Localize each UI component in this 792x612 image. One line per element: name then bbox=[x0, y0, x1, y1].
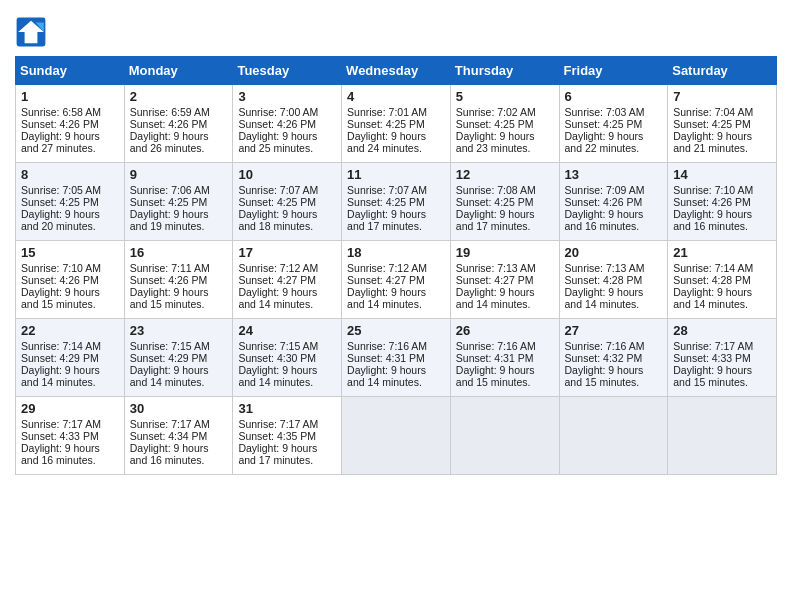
cell-text: Sunrise: 7:06 AM bbox=[130, 184, 228, 196]
cell-text: and 17 minutes. bbox=[238, 454, 336, 466]
col-header-monday: Monday bbox=[124, 57, 233, 85]
day-number: 8 bbox=[21, 167, 119, 182]
cell-text: Daylight: 9 hours bbox=[456, 364, 554, 376]
cell-text: Sunset: 4:32 PM bbox=[565, 352, 663, 364]
cell-text: Daylight: 9 hours bbox=[673, 364, 771, 376]
cell-text: Sunset: 4:33 PM bbox=[21, 430, 119, 442]
calendar-cell bbox=[450, 397, 559, 475]
calendar-cell: 15Sunrise: 7:10 AMSunset: 4:26 PMDayligh… bbox=[16, 241, 125, 319]
calendar-cell: 18Sunrise: 7:12 AMSunset: 4:27 PMDayligh… bbox=[342, 241, 451, 319]
cell-text: Daylight: 9 hours bbox=[565, 286, 663, 298]
cell-text: Sunset: 4:29 PM bbox=[130, 352, 228, 364]
cell-text: and 14 minutes. bbox=[21, 376, 119, 388]
calendar-cell: 2Sunrise: 6:59 AMSunset: 4:26 PMDaylight… bbox=[124, 85, 233, 163]
cell-text: and 16 minutes. bbox=[565, 220, 663, 232]
cell-text: Sunset: 4:26 PM bbox=[565, 196, 663, 208]
cell-text: and 22 minutes. bbox=[565, 142, 663, 154]
cell-text: Daylight: 9 hours bbox=[21, 442, 119, 454]
cell-text: Sunset: 4:26 PM bbox=[21, 274, 119, 286]
cell-text: Daylight: 9 hours bbox=[456, 286, 554, 298]
cell-text: and 24 minutes. bbox=[347, 142, 445, 154]
day-number: 13 bbox=[565, 167, 663, 182]
day-number: 10 bbox=[238, 167, 336, 182]
calendar-cell: 19Sunrise: 7:13 AMSunset: 4:27 PMDayligh… bbox=[450, 241, 559, 319]
cell-text: Sunrise: 7:13 AM bbox=[456, 262, 554, 274]
cell-text: Daylight: 9 hours bbox=[238, 364, 336, 376]
cell-text: Sunset: 4:35 PM bbox=[238, 430, 336, 442]
calendar-cell: 16Sunrise: 7:11 AMSunset: 4:26 PMDayligh… bbox=[124, 241, 233, 319]
cell-text: Sunrise: 7:14 AM bbox=[21, 340, 119, 352]
col-header-wednesday: Wednesday bbox=[342, 57, 451, 85]
day-number: 2 bbox=[130, 89, 228, 104]
day-number: 17 bbox=[238, 245, 336, 260]
cell-text: Sunrise: 7:07 AM bbox=[347, 184, 445, 196]
cell-text: Daylight: 9 hours bbox=[21, 208, 119, 220]
calendar-cell: 12Sunrise: 7:08 AMSunset: 4:25 PMDayligh… bbox=[450, 163, 559, 241]
day-number: 29 bbox=[21, 401, 119, 416]
cell-text: and 20 minutes. bbox=[21, 220, 119, 232]
day-number: 28 bbox=[673, 323, 771, 338]
cell-text: Daylight: 9 hours bbox=[130, 364, 228, 376]
cell-text: and 15 minutes. bbox=[21, 298, 119, 310]
cell-text: Sunrise: 7:05 AM bbox=[21, 184, 119, 196]
day-number: 16 bbox=[130, 245, 228, 260]
cell-text: and 14 minutes. bbox=[456, 298, 554, 310]
cell-text: Sunset: 4:25 PM bbox=[565, 118, 663, 130]
col-header-thursday: Thursday bbox=[450, 57, 559, 85]
cell-text: Sunrise: 7:01 AM bbox=[347, 106, 445, 118]
day-number: 15 bbox=[21, 245, 119, 260]
cell-text: Sunset: 4:28 PM bbox=[565, 274, 663, 286]
calendar-cell: 21Sunrise: 7:14 AMSunset: 4:28 PMDayligh… bbox=[668, 241, 777, 319]
logo bbox=[15, 16, 51, 48]
calendar-cell: 17Sunrise: 7:12 AMSunset: 4:27 PMDayligh… bbox=[233, 241, 342, 319]
cell-text: Daylight: 9 hours bbox=[21, 130, 119, 142]
cell-text: Sunset: 4:26 PM bbox=[673, 196, 771, 208]
cell-text: Daylight: 9 hours bbox=[565, 208, 663, 220]
cell-text: Daylight: 9 hours bbox=[130, 130, 228, 142]
calendar-week-5: 29Sunrise: 7:17 AMSunset: 4:33 PMDayligh… bbox=[16, 397, 777, 475]
cell-text: and 15 minutes. bbox=[130, 298, 228, 310]
col-header-saturday: Saturday bbox=[668, 57, 777, 85]
day-number: 30 bbox=[130, 401, 228, 416]
day-number: 22 bbox=[21, 323, 119, 338]
day-number: 23 bbox=[130, 323, 228, 338]
calendar-cell: 1Sunrise: 6:58 AMSunset: 4:26 PMDaylight… bbox=[16, 85, 125, 163]
cell-text: Sunset: 4:25 PM bbox=[130, 196, 228, 208]
cell-text: Sunrise: 7:16 AM bbox=[347, 340, 445, 352]
cell-text: Sunset: 4:25 PM bbox=[347, 118, 445, 130]
calendar-cell bbox=[559, 397, 668, 475]
calendar-cell: 8Sunrise: 7:05 AMSunset: 4:25 PMDaylight… bbox=[16, 163, 125, 241]
cell-text: Sunrise: 7:11 AM bbox=[130, 262, 228, 274]
cell-text: and 17 minutes. bbox=[347, 220, 445, 232]
cell-text: Sunrise: 7:02 AM bbox=[456, 106, 554, 118]
cell-text: Sunset: 4:26 PM bbox=[238, 118, 336, 130]
cell-text: Daylight: 9 hours bbox=[130, 442, 228, 454]
calendar-week-2: 8Sunrise: 7:05 AMSunset: 4:25 PMDaylight… bbox=[16, 163, 777, 241]
day-number: 25 bbox=[347, 323, 445, 338]
calendar-cell: 24Sunrise: 7:15 AMSunset: 4:30 PMDayligh… bbox=[233, 319, 342, 397]
cell-text: Sunset: 4:27 PM bbox=[238, 274, 336, 286]
calendar-cell: 30Sunrise: 7:17 AMSunset: 4:34 PMDayligh… bbox=[124, 397, 233, 475]
cell-text: Sunset: 4:31 PM bbox=[456, 352, 554, 364]
cell-text: Sunset: 4:26 PM bbox=[130, 118, 228, 130]
cell-text: Sunrise: 7:12 AM bbox=[347, 262, 445, 274]
cell-text: Sunset: 4:27 PM bbox=[347, 274, 445, 286]
calendar-cell: 20Sunrise: 7:13 AMSunset: 4:28 PMDayligh… bbox=[559, 241, 668, 319]
calendar-body: 1Sunrise: 6:58 AMSunset: 4:26 PMDaylight… bbox=[16, 85, 777, 475]
calendar-cell: 11Sunrise: 7:07 AMSunset: 4:25 PMDayligh… bbox=[342, 163, 451, 241]
cell-text: Daylight: 9 hours bbox=[238, 442, 336, 454]
calendar-week-4: 22Sunrise: 7:14 AMSunset: 4:29 PMDayligh… bbox=[16, 319, 777, 397]
cell-text: Sunset: 4:30 PM bbox=[238, 352, 336, 364]
cell-text: Daylight: 9 hours bbox=[673, 208, 771, 220]
cell-text: Daylight: 9 hours bbox=[347, 208, 445, 220]
cell-text: and 14 minutes. bbox=[347, 376, 445, 388]
cell-text: Daylight: 9 hours bbox=[565, 364, 663, 376]
cell-text: Sunrise: 7:04 AM bbox=[673, 106, 771, 118]
cell-text: Sunset: 4:25 PM bbox=[347, 196, 445, 208]
cell-text: Sunrise: 7:17 AM bbox=[673, 340, 771, 352]
cell-text: Sunset: 4:34 PM bbox=[130, 430, 228, 442]
cell-text: Daylight: 9 hours bbox=[21, 364, 119, 376]
cell-text: Sunrise: 7:14 AM bbox=[673, 262, 771, 274]
day-number: 1 bbox=[21, 89, 119, 104]
col-header-tuesday: Tuesday bbox=[233, 57, 342, 85]
